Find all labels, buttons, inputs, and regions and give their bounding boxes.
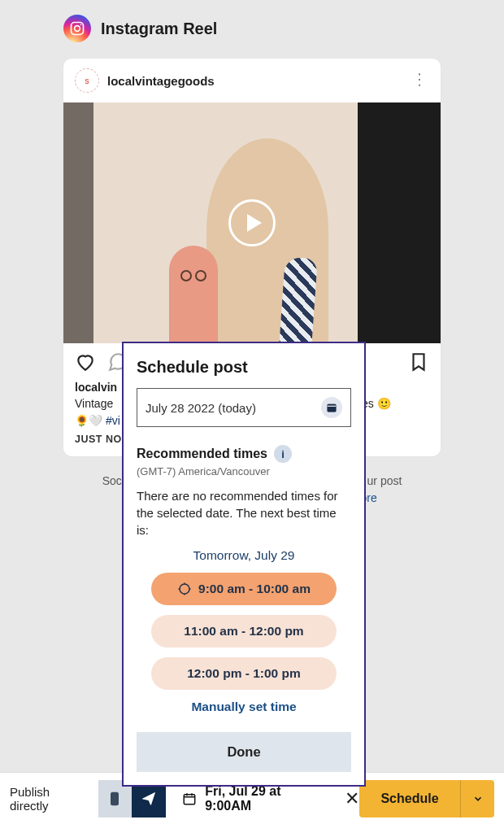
time-slot-1[interactable]: 11:00 am - 12:00 pm (151, 615, 337, 647)
avatar: s (75, 68, 99, 93)
play-icon[interactable] (228, 199, 276, 246)
calendar-icon[interactable] (321, 397, 342, 418)
instagram-icon (63, 15, 91, 42)
caption-emoji: 🌻🤍 (75, 414, 106, 427)
time-slot-2[interactable]: 12:00 pm - 1:00 pm (151, 657, 337, 690)
schedule-dropdown-button[interactable] (460, 780, 494, 817)
svg-point-1 (75, 26, 80, 32)
publish-label: Publish directly (10, 785, 92, 813)
post-header: s localvintagegoods ⋯ (63, 59, 441, 102)
manual-set-time-link[interactable]: Manually set time (137, 700, 351, 714)
schedule-button[interactable]: Schedule (359, 780, 494, 817)
popover-title: Schedule post (137, 358, 351, 377)
page-header: Instagram Reel (0, 0, 504, 52)
auto-icon (177, 582, 192, 596)
bookmark-icon[interactable] (408, 351, 429, 376)
date-display: July 28 2022 (today) (146, 401, 256, 415)
time-slot-0[interactable]: 9:00 am - 10:00 am (151, 573, 337, 605)
close-icon[interactable]: ✕ (345, 788, 359, 809)
post-media[interactable] (63, 102, 441, 343)
calendar-icon (182, 791, 197, 806)
recommended-times-header: Recommended times i (137, 445, 351, 463)
schedule-popover: Schedule post July 28 2022 (today) Recom… (122, 342, 366, 787)
scheduled-datetime[interactable]: Fri, Jul 29 at 9:00AM (182, 784, 330, 813)
next-best-date: Tomorrow, July 29 (137, 548, 351, 563)
done-button[interactable]: Done (137, 732, 351, 772)
caption-username: localvin (75, 381, 117, 394)
date-picker-field[interactable]: July 28 2022 (today) (137, 388, 351, 427)
timezone-label: (GMT-7) America/Vancouver (137, 465, 351, 477)
svg-point-2 (80, 24, 82, 26)
schedule-button-label: Schedule (359, 780, 459, 817)
svg-rect-3 (328, 404, 337, 412)
heart-icon[interactable] (75, 351, 96, 376)
info-icon[interactable]: i (274, 445, 292, 463)
svg-rect-0 (72, 23, 84, 35)
no-recommended-text: There are no recommended times for the s… (137, 487, 351, 538)
page-title: Instagram Reel (101, 20, 217, 38)
svg-point-4 (180, 584, 189, 594)
chevron-down-icon (472, 793, 484, 804)
time-slot-label: 12:00 pm - 1:00 pm (187, 666, 301, 681)
time-slot-label: 9:00 am - 10:00 am (198, 582, 311, 596)
caption-hashtag: #vi (106, 414, 120, 427)
caption-text-1: Vintage (75, 397, 116, 410)
svg-rect-7 (185, 794, 195, 804)
time-slot-label: 11:00 am - 12:00 pm (184, 624, 303, 639)
post-username: localvintagegoods (107, 74, 215, 88)
svg-point-6 (115, 802, 116, 804)
